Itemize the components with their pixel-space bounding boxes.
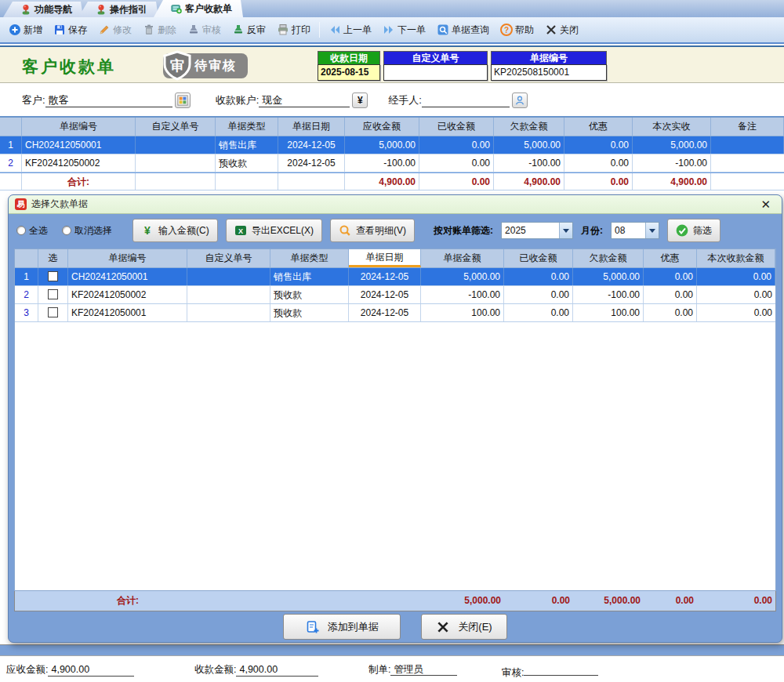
handler-input[interactable]: [422, 93, 510, 107]
form-row: 客户: 散客 收款账户: 现金 ¥ 经手人:: [0, 84, 784, 116]
modify-button[interactable]: 修改: [96, 22, 134, 38]
new-button[interactable]: 新增: [6, 22, 45, 38]
filter-by-label: 按对账单筛选:: [434, 224, 493, 238]
printer-icon: [277, 24, 289, 36]
plus-circle-icon: [9, 24, 21, 36]
col-note[interactable]: 备注: [711, 118, 784, 136]
col-select[interactable]: 选: [38, 249, 68, 267]
dialog-table-row[interactable]: 3 KF202412050001 预收款 2024-12-05 100.00 0…: [15, 304, 775, 322]
receipt-date-field: 收款日期 2025-08-15: [318, 51, 380, 81]
enter-amount-button[interactable]: ¥ 输入金额(C): [132, 219, 218, 242]
col-receivable[interactable]: 应收金额: [345, 118, 419, 136]
select-all-label: 全选: [29, 224, 48, 238]
double-chevron-right-icon: [383, 24, 395, 36]
tab-function-nav[interactable]: 功能导航: [3, 2, 83, 17]
dialog-table-row[interactable]: 1 CH202412050001 销售出库 2024-12-05 5,000.0…: [15, 268, 775, 286]
app-icon: 易: [15, 198, 27, 210]
col-discount[interactable]: 优惠: [564, 118, 633, 136]
handler-lookup-button[interactable]: [512, 93, 528, 108]
col-discount[interactable]: 优惠: [644, 249, 697, 267]
custom-no-field: 自定义单号: [383, 51, 488, 81]
custom-no-value[interactable]: [383, 64, 488, 81]
next-doc-button[interactable]: 下一单: [380, 22, 428, 38]
select-all-radio[interactable]: [16, 226, 26, 235]
table-row[interactable]: 2 KF202412050002 预收款 2024-12-05 -100.00 …: [0, 154, 784, 172]
deselect-label: 取消选择: [74, 224, 112, 238]
col-owed[interactable]: 欠款金额: [573, 249, 644, 267]
search-doc-icon: [437, 24, 449, 36]
col-date[interactable]: 单据日期: [278, 118, 345, 136]
col-custom[interactable]: 自定义单号: [136, 118, 216, 136]
year-select[interactable]: 2025: [501, 222, 573, 239]
col-date-sorted[interactable]: 单据日期: [349, 249, 421, 267]
dialog-table-header: 选 单据编号 自定义单号 单据类型 单据日期 单据金额 已收金额 欠款金额 优惠…: [15, 249, 775, 268]
main-table: 单据编号 自定义单号 单据类型 单据日期 应收金额 已收金额 欠款金额 优惠 本…: [0, 116, 784, 190]
handler-label: 经手人:: [388, 93, 422, 107]
col-type[interactable]: 单据类型: [216, 118, 278, 136]
unaudit-button[interactable]: 反审: [230, 22, 268, 38]
col-owed[interactable]: 欠款金额: [494, 118, 564, 136]
close-button[interactable]: 关闭: [543, 22, 581, 38]
col-docno[interactable]: 单据编号: [68, 249, 187, 267]
close-x-icon: [436, 620, 450, 634]
audit-button[interactable]: 审核: [185, 22, 223, 38]
print-button[interactable]: 打印: [274, 22, 313, 38]
receipt-date-value[interactable]: 2025-08-15: [318, 64, 380, 81]
svg-text:?: ?: [504, 26, 509, 34]
col-amount[interactable]: 单据金额: [421, 249, 504, 267]
dialog-close-button[interactable]: 关闭(E): [421, 614, 506, 640]
table-row[interactable]: 1 CH202412050001 销售出库 2024-12-05 5,000.0…: [0, 136, 784, 154]
account-yen-button[interactable]: ¥: [352, 93, 368, 108]
deselect-radio[interactable]: [62, 226, 71, 235]
dialog-toolbar: 全选 取消选择 ¥ 输入金额(C) X 导出EXCEL(X) 查看明细(V) 按…: [9, 214, 782, 247]
col-type[interactable]: 单据类型: [270, 249, 349, 267]
row-checkbox[interactable]: [48, 271, 58, 281]
doc-plus-icon: [171, 3, 182, 14]
dialog-table-row[interactable]: 2 KF202412050002 预收款 2024-12-05 -100.00 …: [15, 286, 775, 304]
dialog-title: 选择欠款单据: [31, 198, 753, 211]
dialog-close-icon[interactable]: ✕: [757, 198, 774, 210]
status-bar: 应收金额: 4,900.00 收款金额: 4,900.00 制单: 管理员 审核…: [0, 655, 784, 682]
tab-operation-guide[interactable]: 操作指引: [78, 2, 158, 17]
delete-button[interactable]: 删除: [140, 22, 179, 38]
row-checkbox[interactable]: [48, 307, 58, 317]
save-button[interactable]: 保存: [51, 22, 89, 38]
dialog-table: 选 单据编号 自定义单号 单据类型 单据日期 单据金额 已收金额 欠款金额 优惠…: [14, 248, 776, 591]
export-excel-button[interactable]: X 导出EXCEL(X): [226, 219, 322, 242]
receipt-date-label: 收款日期: [318, 51, 380, 64]
payment-total-label: 收款金额:: [194, 663, 236, 677]
view-detail-button[interactable]: 查看明细(V): [330, 219, 415, 242]
col-docno[interactable]: 单据编号: [22, 118, 136, 136]
tab-customer-receipt[interactable]: 客户收款单: [154, 0, 243, 17]
col-current[interactable]: 本次收款金额: [697, 249, 775, 267]
excel-icon: X: [234, 224, 247, 237]
receivable-total-field: 应收金额: 4,900.00: [6, 663, 134, 677]
help-button[interactable]: ? 帮助: [498, 22, 536, 38]
row-checkbox-cell: [38, 304, 68, 321]
row-checkbox[interactable]: [48, 289, 58, 299]
doc-no-value[interactable]: KP202508150001: [491, 64, 607, 81]
prev-doc-button[interactable]: 上一单: [326, 22, 374, 38]
maker-label: 制单:: [368, 663, 390, 677]
help-icon: ?: [500, 24, 513, 36]
account-label: 收款账户:: [216, 93, 260, 107]
main-table-header: 单据编号 自定义单号 单据类型 单据日期 应收金额 已收金额 欠款金额 优惠 本…: [0, 118, 784, 136]
add-to-document-button[interactable]: 添加到单据: [283, 614, 401, 640]
col-current[interactable]: 本次实收: [633, 118, 711, 136]
month-select[interactable]: 08: [611, 222, 659, 239]
col-rownum: [0, 118, 22, 136]
filter-button[interactable]: 筛选: [667, 219, 720, 242]
tab-bar: 功能导航 操作指引 客户收款单: [0, 0, 784, 17]
double-chevron-left-icon: [328, 24, 341, 36]
auditor-label: 审核:: [502, 666, 524, 680]
customer-input[interactable]: 散客: [45, 93, 172, 107]
customer-lookup-button[interactable]: [175, 93, 191, 108]
col-received[interactable]: 已收金额: [504, 249, 573, 267]
tab-label: 客户收款单: [185, 2, 232, 16]
tab-label: 操作指引: [110, 3, 147, 16]
col-custom[interactable]: 自定义单号: [187, 249, 270, 267]
doc-query-button[interactable]: 单据查询: [434, 22, 492, 38]
status-stamp: 审 待审核: [163, 52, 248, 80]
col-received[interactable]: 已收金额: [419, 118, 494, 136]
account-input[interactable]: 现金: [259, 93, 350, 107]
